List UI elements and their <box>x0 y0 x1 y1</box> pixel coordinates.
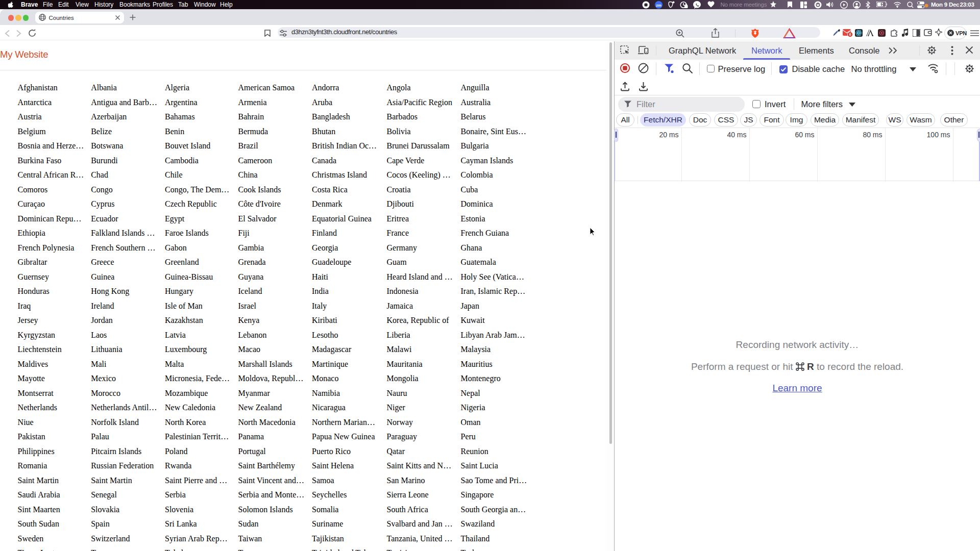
svg-text:zm: zm <box>656 3 662 7</box>
svg-text:6: 6 <box>849 32 851 37</box>
